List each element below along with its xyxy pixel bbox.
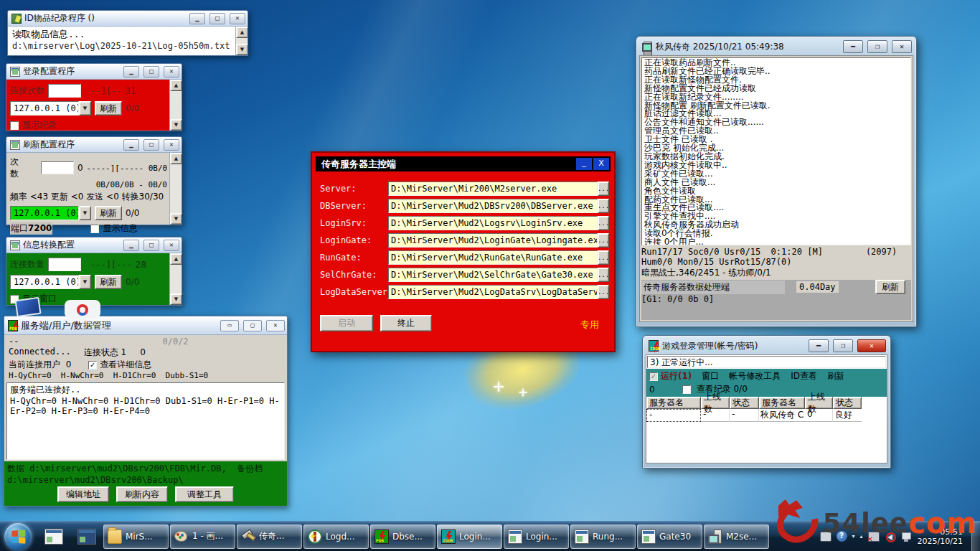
- maximize-button[interactable]: □: [143, 66, 159, 77]
- browse-button[interactable]: ...: [598, 268, 609, 282]
- minimize-button[interactable]: ▁: [189, 13, 205, 24]
- conn-qty-input[interactable]: [48, 258, 81, 271]
- db-manager-log-area[interactable]: 服务端已连接好.. H-QyChr=0 H-NwChr=0 H-D1Chr=0 …: [6, 382, 285, 460]
- path-input[interactable]: D:\MirServer\Mud2\LoginGate\Logingate.ex…: [388, 233, 598, 248]
- browse-button[interactable]: ...: [598, 199, 609, 213]
- cell-server-name[interactable]: -: [646, 409, 701, 422]
- quicklaunch-windows-icon[interactable]: [77, 529, 96, 545]
- view-detail-checkbox[interactable]: ✓: [88, 361, 97, 369]
- edit-address-button[interactable]: 编辑地址: [57, 486, 109, 502]
- maximize-button[interactable]: □: [143, 139, 159, 151]
- close-button[interactable]: ✕: [892, 40, 912, 53]
- scroll-down-icon[interactable]: ▼: [236, 44, 248, 55]
- col-header[interactable]: 服务器名: [646, 397, 701, 409]
- browse-button[interactable]: ...: [598, 182, 609, 196]
- minimize-button[interactable]: ▁: [123, 139, 139, 151]
- maximize-button[interactable]: ▢: [243, 320, 262, 331]
- task-logdata[interactable]: Logd...: [303, 524, 369, 549]
- task-paint[interactable]: 1 - 画...: [170, 524, 235, 549]
- task-dbserver[interactable]: FDB Dbse...: [370, 524, 435, 549]
- login-cfg-titlebar[interactable]: 登录配置程序 ▁ □ ✕: [6, 64, 182, 80]
- menu-id-view[interactable]: ID查看: [791, 370, 817, 382]
- chevron-down-icon[interactable]: ▼: [79, 275, 91, 289]
- path-input[interactable]: D:\MirServer\Mud2\RunGate\RunGate.exe: [388, 250, 598, 265]
- path-input[interactable]: D:\MirServer\Mud2\DBSrv200\DBServer.exe: [388, 199, 598, 213]
- desktop-icon-computer[interactable]: [14, 297, 41, 317]
- desktop-icon-browser[interactable]: [65, 300, 100, 319]
- id-logger-titlebar[interactable]: ID物品纪录程序 () ▁ □ ✕: [8, 11, 248, 27]
- run-checkbox[interactable]: ✓: [649, 372, 658, 381]
- browse-button[interactable]: ...: [598, 216, 609, 230]
- cell-online[interactable]: -: [701, 409, 730, 422]
- minimize-button[interactable]: ▁: [123, 240, 139, 251]
- chevron-down-icon[interactable]: ▼: [79, 101, 91, 116]
- chevron-down-icon[interactable]: ▼: [79, 206, 91, 220]
- cell-server-name[interactable]: 秋风传奇 C: [759, 409, 805, 422]
- scroll-up-icon[interactable]: ▲: [170, 80, 182, 91]
- task-logingate[interactable]: Login...: [504, 524, 569, 549]
- refresh-button[interactable]: 刷新: [95, 275, 122, 289]
- scroll-up-icon[interactable]: ▲: [170, 153, 182, 164]
- scroll-up-icon[interactable]: ▲: [236, 27, 248, 38]
- stop-button[interactable]: 终止: [380, 315, 432, 331]
- minimize-button[interactable]: _: [576, 158, 592, 170]
- main-controller-titlebar[interactable]: 传奇服务器主控端 _ X: [316, 156, 611, 171]
- minimize-button[interactable]: ▭: [220, 320, 239, 331]
- m2-log-list[interactable]: 正在读取药品刷新文件.. 药品刷新文件已经正确读取完毕.. 正在读取新怪物配置文…: [641, 57, 911, 245]
- cell-status[interactable]: 良好: [833, 409, 862, 422]
- msg-cfg-scrollbar[interactable]: ▲ ▼: [169, 253, 182, 305]
- close-button[interactable]: X: [593, 158, 609, 170]
- refresh-content-button[interactable]: 刷新内容: [116, 486, 168, 502]
- browse-button[interactable]: ...: [598, 233, 609, 248]
- conn-count-input[interactable]: [48, 84, 81, 98]
- id-logger-scrollbar[interactable]: ▲ ▼: [235, 27, 248, 55]
- col-header[interactable]: 上线数: [701, 397, 730, 409]
- menu-window[interactable]: 窗口: [702, 370, 719, 382]
- start-button[interactable]: [4, 523, 32, 550]
- col-header[interactable]: 状态: [833, 397, 862, 409]
- refresh-button[interactable]: 刷新: [95, 206, 122, 220]
- path-input[interactable]: D:\MirServer\Mud2\SelChrGate\Gate30.exe: [388, 268, 598, 282]
- refresh-cfg-scrollbar[interactable]: ▲ ▼: [169, 153, 182, 225]
- minimize-button[interactable]: ━: [809, 339, 829, 352]
- refresh-button[interactable]: 刷新: [875, 280, 905, 294]
- login-manager-titlebar[interactable]: IDDB 游戏登录管理(帐号/密码) ━ ❐ ✕: [646, 339, 887, 354]
- task-mirserver-folder[interactable]: MirS...: [103, 524, 169, 549]
- quicklaunch-desktop-icon[interactable]: [44, 529, 63, 545]
- menu-refresh[interactable]: 刷新: [827, 370, 844, 382]
- browse-button[interactable]: ...: [598, 285, 609, 299]
- maximize-button[interactable]: □: [143, 240, 159, 251]
- task-rungate[interactable]: Rung...: [570, 524, 636, 549]
- path-input[interactable]: D:\MirServer\Mud2\LogDataSrv\LogDataServ…: [388, 285, 598, 299]
- task-chuanqi[interactable]: 传奇...: [237, 524, 302, 549]
- path-input[interactable]: D:\MirServer\Mud2\Logsrv\LoginSrv.exe: [388, 216, 598, 230]
- col-header[interactable]: 服务器名: [759, 397, 805, 409]
- start-button[interactable]: 启动: [320, 315, 373, 331]
- task-gate30[interactable]: Gate30: [637, 524, 702, 549]
- minimize-button[interactable]: ▁: [123, 66, 139, 77]
- adjust-tool-button[interactable]: 调整工具: [175, 486, 234, 502]
- menu-account-tool[interactable]: 帐号修改工具: [729, 370, 781, 382]
- task-loginsrv[interactable]: IDDB Login...: [437, 524, 502, 549]
- show-info-checkbox[interactable]: [90, 225, 99, 233]
- cell-status[interactable]: -: [730, 409, 759, 422]
- show-record-checkbox[interactable]: [10, 121, 19, 130]
- scroll-down-icon[interactable]: ▼: [170, 213, 182, 225]
- col-header[interactable]: 状态: [730, 397, 759, 409]
- close-button[interactable]: ✕: [164, 66, 179, 77]
- scroll-up-icon[interactable]: ▲: [170, 253, 182, 265]
- ip-combobox[interactable]: 127.0.0.1 (0) ▼: [10, 101, 91, 116]
- times-input[interactable]: [41, 161, 74, 174]
- ip-combobox[interactable]: 127.0.0.1 (0) ▼: [10, 275, 91, 289]
- path-input[interactable]: D:\MirServer\Mir200\M2server.exe: [388, 182, 598, 196]
- ip-combobox[interactable]: 127.0.0.1 (0) ▼: [10, 206, 91, 220]
- msg-cfg-titlebar[interactable]: 信息转换配置 ▁ □ ✕: [6, 237, 182, 253]
- browse-button[interactable]: ...: [598, 250, 609, 265]
- close-button[interactable]: ✕: [164, 240, 179, 251]
- maximize-button[interactable]: ❐: [833, 339, 853, 352]
- maximize-button[interactable]: □: [209, 13, 225, 24]
- maximize-button[interactable]: ❐: [867, 40, 887, 53]
- col-header[interactable]: 上线数: [805, 397, 833, 409]
- close-button[interactable]: ✕: [857, 339, 886, 352]
- cell-online[interactable]: 0: [805, 409, 833, 422]
